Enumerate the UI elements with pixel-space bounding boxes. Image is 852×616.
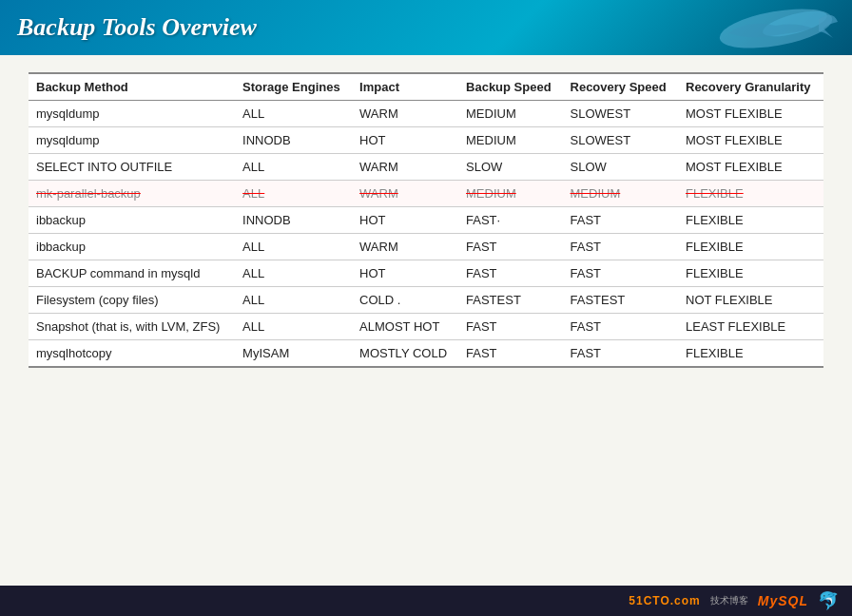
cell-row4-col1: INNODB xyxy=(235,207,352,234)
col-backup-speed: Backup Speed xyxy=(458,73,562,101)
table-row: mk-parallel-backupALLWARMMEDIUMMEDIUMFLE… xyxy=(29,181,823,207)
cell-row2-col2: WARM xyxy=(352,154,458,181)
logo-mysql: MySQL xyxy=(758,593,808,608)
cell-row5-col2: WARM xyxy=(352,234,458,260)
logo-text: 技术博客 xyxy=(710,594,748,607)
cell-row1-col3: MEDIUM xyxy=(458,127,562,154)
cell-row3-col1: ALL xyxy=(235,181,352,207)
cell-row1-col5: MOST FLEXIBLE xyxy=(678,127,823,154)
cell-row2-col3: SLOW xyxy=(458,154,562,181)
cell-row8-col3: FAST xyxy=(458,314,562,340)
cell-row8-col2: ALMOST HOT xyxy=(352,314,458,340)
cell-row8-col5: LEAST FLEXIBLE xyxy=(678,314,823,340)
logo-51cto: 51CTO.com xyxy=(629,594,700,607)
page-title: Backup Tools Overview xyxy=(17,13,257,42)
cell-row0-col5: MOST FLEXIBLE xyxy=(678,101,823,127)
cell-row9-col1: MyISAM xyxy=(235,340,352,368)
cell-row6-col2: HOT xyxy=(352,260,458,287)
cell-row4-col3: FAST· xyxy=(458,207,562,234)
table-row: SELECT INTO OUTFILEALLWARMSLOWSLOWMOST F… xyxy=(29,154,823,181)
header: Backup Tools Overview xyxy=(0,0,852,55)
cell-row7-col5: NOT FLEXIBLE xyxy=(678,287,823,314)
table-row: Filesystem (copy files)ALLCOLD .FASTESTF… xyxy=(29,287,823,314)
cell-row5-col5: FLEXIBLE xyxy=(678,234,823,260)
cell-row8-col1: ALL xyxy=(235,314,352,340)
col-storage-engines: Storage Engines xyxy=(235,73,352,101)
table-row: mysqldumpALLWARMMEDIUMSLOWESTMOST FLEXIB… xyxy=(29,101,823,127)
main-content: Backup Method Storage Engines Impact Bac… xyxy=(0,55,852,586)
col-impact: Impact xyxy=(352,73,458,101)
cell-row2-col4: SLOW xyxy=(563,154,678,181)
cell-row0-col2: WARM xyxy=(352,101,458,127)
cell-row7-col0: Filesystem (copy files) xyxy=(29,287,235,314)
col-recovery-granularity: Recovery Granularity xyxy=(678,73,823,101)
cell-row7-col1: ALL xyxy=(235,287,352,314)
cell-row6-col3: FAST xyxy=(458,260,562,287)
cell-row7-col4: FASTEST xyxy=(563,287,678,314)
table-header-row: Backup Method Storage Engines Impact Bac… xyxy=(29,73,823,101)
header-decoration xyxy=(643,0,852,55)
footer: 51CTO.com 技术博客 MySQL 🐬 xyxy=(0,586,852,616)
col-backup-method: Backup Method xyxy=(29,73,235,101)
backup-tools-table: Backup Method Storage Engines Impact Bac… xyxy=(29,72,823,368)
cell-row5-col1: ALL xyxy=(235,234,352,260)
cell-row2-col1: ALL xyxy=(235,154,352,181)
cell-row8-col0: Snapshot (that is, with LVM, ZFS) xyxy=(29,314,235,340)
cell-row9-col3: FAST xyxy=(458,340,562,368)
cell-row6-col5: FLEXIBLE xyxy=(678,260,823,287)
cell-row6-col4: FAST xyxy=(563,260,678,287)
table-row: BACKUP command in mysqldALLHOTFASTFASTFL… xyxy=(29,260,823,287)
cell-row0-col3: MEDIUM xyxy=(458,101,562,127)
cell-row1-col2: HOT xyxy=(352,127,458,154)
cell-row2-col5: MOST FLEXIBLE xyxy=(678,154,823,181)
cell-row3-col5: FLEXIBLE xyxy=(678,181,823,207)
cell-row4-col5: FLEXIBLE xyxy=(678,207,823,234)
cell-row4-col0: ibbackup xyxy=(29,207,235,234)
cell-row5-col3: FAST xyxy=(458,234,562,260)
cell-row6-col0: BACKUP command in mysqld xyxy=(29,260,235,287)
cell-row3-col2: WARM xyxy=(352,181,458,207)
cell-row5-col0: ibbackup xyxy=(29,234,235,260)
cell-row0-col1: ALL xyxy=(235,101,352,127)
cell-row1-col4: SLOWEST xyxy=(563,127,678,154)
col-recovery-speed: Recovery Speed xyxy=(563,73,678,101)
table-row: Snapshot (that is, with LVM, ZFS)ALLALMO… xyxy=(29,314,823,340)
cell-row7-col2: COLD . xyxy=(352,287,458,314)
cell-row4-col2: HOT xyxy=(352,207,458,234)
cell-row8-col4: FAST xyxy=(563,314,678,340)
cell-row1-col0: mysqldump xyxy=(29,127,235,154)
cell-row0-col4: SLOWEST xyxy=(563,101,678,127)
table-row: mysqldumpINNODBHOTMEDIUMSLOWESTMOST FLEX… xyxy=(29,127,823,154)
table-row: ibbackupINNODBHOTFAST·FASTFLEXIBLE xyxy=(29,207,823,234)
mysql-dolphin-icon: 🐬 xyxy=(818,590,839,611)
cell-row3-col3: MEDIUM xyxy=(458,181,562,207)
table-row: mysqlhotcopyMyISAMMOSTLY COLDFASTFASTFLE… xyxy=(29,340,823,368)
cell-row6-col1: ALL xyxy=(235,260,352,287)
table-row: ibbackupALLWARMFASTFASTFLEXIBLE xyxy=(29,234,823,260)
cell-row3-col4: MEDIUM xyxy=(563,181,678,207)
cell-row9-col0: mysqlhotcopy xyxy=(29,340,235,368)
cell-row7-col3: FASTEST xyxy=(458,287,562,314)
cell-row1-col1: INNODB xyxy=(235,127,352,154)
cell-row9-col4: FAST xyxy=(563,340,678,368)
cell-row9-col2: MOSTLY COLD xyxy=(352,340,458,368)
cell-row3-col0: mk-parallel-backup xyxy=(29,181,235,207)
cell-row5-col4: FAST xyxy=(563,234,678,260)
cell-row2-col0: SELECT INTO OUTFILE xyxy=(29,154,235,181)
cell-row0-col0: mysqldump xyxy=(29,101,235,127)
cell-row9-col5: FLEXIBLE xyxy=(678,340,823,368)
cell-row4-col4: FAST xyxy=(563,207,678,234)
